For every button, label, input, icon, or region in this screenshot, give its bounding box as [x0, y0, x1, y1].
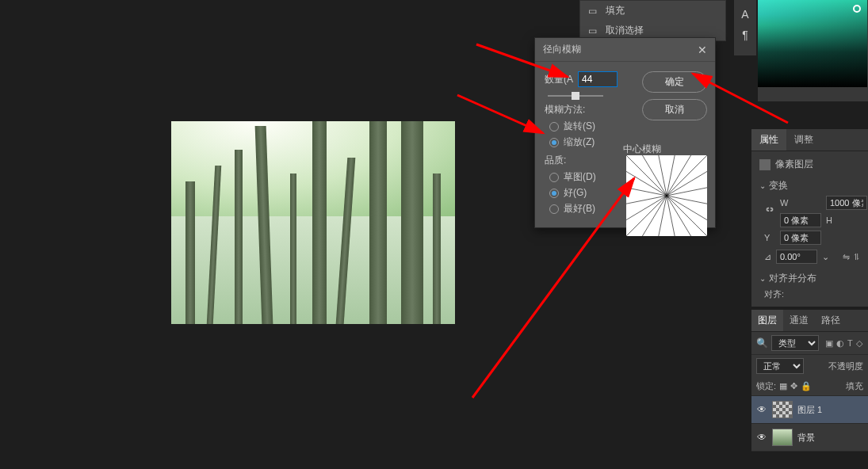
radio-icon [549, 122, 559, 132]
layer-row[interactable]: 👁 图层 1 [751, 396, 868, 424]
lock-all-icon[interactable]: 🔒 [801, 381, 812, 391]
transform-section-header[interactable]: 变换 [759, 179, 860, 193]
dialog-title-text: 径向模糊 [543, 43, 581, 56]
radio-label: 草图(D) [564, 170, 596, 184]
rotate-input[interactable] [776, 250, 817, 264]
svg-line-1 [642, 155, 667, 196]
pixel-layer-icon [759, 159, 770, 170]
properties-panel: 属性 调整 像素图层 变换 W X H Y ⊿ ⌄ ⇋ [751, 129, 868, 307]
flip-vertical-icon[interactable]: ⥮ [853, 252, 860, 262]
tab-properties[interactable]: 属性 [751, 129, 786, 151]
svg-line-4 [667, 155, 691, 196]
close-icon[interactable]: ✕ [698, 44, 707, 56]
filter-pixel-icon[interactable]: ▣ [825, 338, 833, 349]
align-section-header[interactable]: 对齐并分布 [759, 272, 860, 285]
rotate-icon: ⊿ [764, 252, 771, 262]
svg-line-11 [667, 196, 691, 236]
svg-line-6 [667, 171, 707, 196]
svg-line-5 [667, 155, 707, 196]
radial-blur-dialog: 径向模糊 ✕ 数量(A 模糊方法: 旋转(S) 缩放(Z) 品质: [534, 37, 716, 228]
radio-icon [549, 173, 559, 182]
filter-adjust-icon[interactable]: ◐ [836, 338, 844, 349]
layer-name: 图层 1 [797, 404, 822, 416]
character-panel-icon[interactable]: A [741, 8, 748, 21]
svg-line-14 [642, 196, 667, 236]
method-zoom-radio[interactable]: 缩放(Z) [549, 135, 630, 149]
amount-label: 数量(A [545, 73, 573, 86]
quality-best-radio[interactable]: 最好(B) [549, 202, 630, 215]
opacity-label: 不透明度 [828, 360, 863, 372]
svg-line-9 [667, 196, 707, 220]
svg-line-7 [667, 188, 707, 196]
svg-line-12 [667, 196, 675, 236]
tab-layers[interactable]: 图层 [751, 310, 783, 331]
height-label: H [826, 215, 867, 225]
x-input[interactable] [780, 213, 821, 227]
svg-line-15 [626, 196, 667, 236]
tab-adjustments[interactable]: 调整 [786, 129, 821, 151]
menu-item-label: 填充 [606, 4, 625, 17]
tab-channels[interactable]: 通道 [783, 310, 815, 331]
amount-input[interactable] [578, 71, 618, 87]
layer-row[interactable]: 👁 背景 [751, 424, 868, 452]
paragraph-panel-icon[interactable]: ¶ [742, 29, 748, 41]
flip-horizontal-icon[interactable]: ⇋ [843, 252, 850, 262]
lock-pixels-icon[interactable]: ▦ [779, 381, 787, 391]
quality-label: 品质: [545, 154, 630, 167]
amount-slider[interactable] [548, 93, 603, 98]
filter-shape-icon[interactable]: ◇ [856, 338, 862, 349]
canvas-image [171, 121, 455, 324]
menu-item-fill[interactable]: ▭ 填充 [580, 1, 725, 21]
tab-paths[interactable]: 路径 [815, 310, 847, 331]
layer-thumbnail[interactable] [772, 429, 793, 446]
lock-label: 锁定: [756, 380, 776, 392]
radio-label: 旋转(S) [564, 120, 595, 133]
quality-good-radio[interactable]: 好(G) [549, 186, 630, 200]
color-picker-panel [758, 0, 868, 101]
layer-thumbnail[interactable] [772, 401, 793, 418]
cancel-button[interactable]: 取消 [642, 99, 707, 120]
y-label: Y [764, 233, 775, 242]
y-input[interactable] [780, 231, 821, 245]
blur-center-label: 中心模糊 [623, 143, 661, 156]
layer-type-label: 像素图层 [775, 158, 813, 171]
menu-item-label: 取消选择 [606, 24, 644, 37]
rotate-dropdown-icon[interactable]: ⌄ [822, 252, 829, 262]
radio-icon [549, 138, 559, 147]
right-tool-strip: A ¶ [734, 0, 756, 55]
radio-label: 好(G) [564, 186, 587, 200]
radio-icon [549, 189, 559, 198]
radio-icon [549, 204, 559, 214]
method-spin-radio[interactable]: 旋转(S) [549, 120, 630, 133]
svg-line-0 [626, 155, 667, 196]
layer-filter-select[interactable]: 类型 [771, 335, 819, 351]
layers-panel: 图层 通道 路径 🔍 类型 ▣ ◐ T ◇ 正常 不透明度 锁定: ▦ ✥ 🔒 … [751, 310, 868, 452]
dialog-titlebar[interactable]: 径向模糊 ✕ [535, 38, 715, 62]
link-wh-icon[interactable] [764, 205, 775, 218]
visibility-icon[interactable]: 👁 [756, 404, 767, 415]
quality-draft-radio[interactable]: 草图(D) [549, 170, 630, 184]
canvas-document [171, 121, 455, 324]
lock-position-icon[interactable]: ✥ [790, 381, 797, 391]
slider-thumb[interactable] [572, 92, 579, 100]
blend-mode-select[interactable]: 正常 [756, 358, 804, 374]
svg-line-19 [626, 171, 667, 196]
blur-center-preview[interactable] [626, 155, 707, 236]
align-label: 对齐: [764, 288, 860, 300]
width-input[interactable] [826, 196, 867, 210]
ok-button[interactable]: 确定 [642, 71, 707, 93]
width-label: W [780, 198, 821, 208]
rect-icon: ▭ [588, 25, 599, 36]
color-picker-cursor[interactable] [853, 5, 861, 13]
svg-line-21 [457, 95, 543, 133]
svg-line-2 [659, 155, 667, 196]
svg-line-13 [659, 196, 667, 236]
rect-icon: ▭ [588, 6, 599, 17]
radio-label: 最好(B) [564, 202, 595, 215]
filter-type-icon[interactable]: T [847, 338, 853, 349]
color-field[interactable] [758, 0, 867, 87]
search-icon[interactable]: 🔍 [756, 337, 768, 349]
visibility-icon[interactable]: 👁 [756, 432, 767, 443]
blur-method-label: 模糊方法: [545, 103, 630, 116]
svg-line-18 [626, 188, 667, 196]
